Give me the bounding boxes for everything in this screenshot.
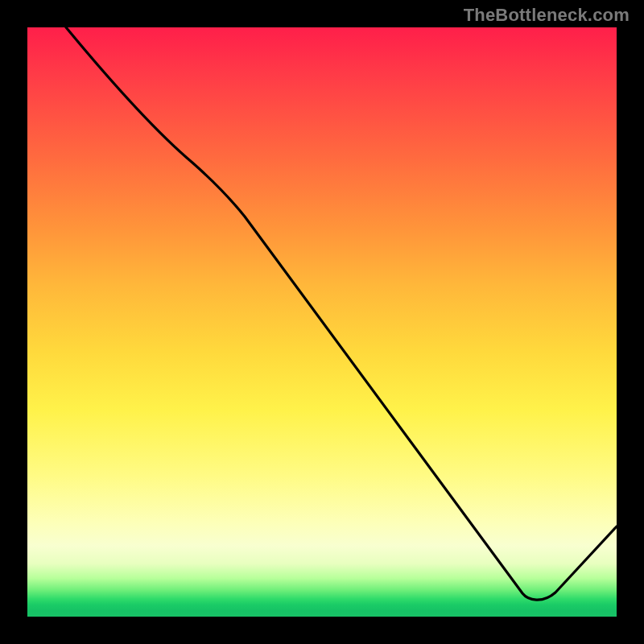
watermark-text: TheBottleneck.com bbox=[464, 5, 630, 26]
plot-area bbox=[27, 27, 617, 617]
chart-container: TheBottleneck.com bbox=[0, 0, 644, 644]
plot-frame bbox=[24, 24, 620, 620]
bottleneck-curve bbox=[27, 27, 617, 617]
